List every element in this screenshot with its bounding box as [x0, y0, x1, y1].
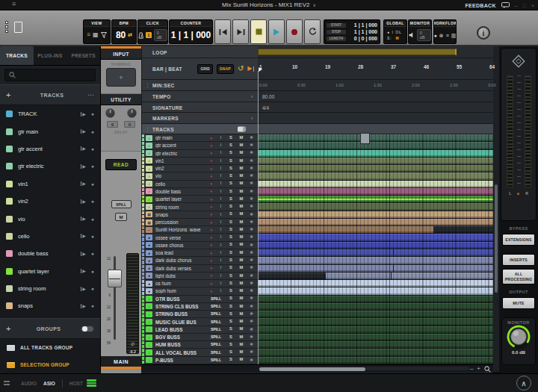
minimize-button[interactable]: –: [515, 3, 518, 8]
record-arm-button[interactable]: ●: [206, 143, 216, 148]
audio-clip[interactable]: [258, 134, 493, 141]
input-monitor-icon[interactable]: ▶: [81, 234, 86, 238]
mute-button[interactable]: M: [236, 243, 247, 247]
input-button[interactable]: I: [216, 136, 226, 140]
input-button[interactable]: I: [216, 151, 226, 155]
timeline-track-row[interactable]: ▦snaps●ISM❄: [142, 211, 258, 219]
freeze-button[interactable]: ❄: [247, 174, 256, 178]
timeline-track-row[interactable]: ↓HUM BUSSSPILLSM❄: [142, 341, 258, 349]
input-button[interactable]: I: [216, 235, 226, 240]
audio-clip[interactable]: [258, 357, 493, 364]
input-button[interactable]: I: [216, 258, 226, 263]
mute-button[interactable]: M: [236, 274, 247, 279]
min-sec-ruler-row[interactable]: ⋮ MIN:SEC 0:000:301:001:302:002:303:00: [142, 80, 493, 91]
mute-button[interactable]: M: [236, 312, 247, 317]
inserts-bypass-button[interactable]: INSERTS: [502, 254, 535, 266]
input-button[interactable]: I: [216, 181, 226, 186]
audio-clip[interactable]: [258, 273, 326, 279]
audio-clip[interactable]: [258, 181, 493, 187]
solo-button[interactable]: S: [226, 289, 236, 293]
monitor-level-display[interactable]: 0 dB: [417, 29, 431, 41]
freeze-button[interactable]: ❄: [247, 228, 256, 232]
solo-button[interactable]: S: [226, 296, 236, 301]
solo-button[interactable]: S: [226, 327, 236, 332]
sidebar-track-row[interactable]: gtr accent▶●: [0, 140, 100, 158]
loop-button[interactable]: [304, 19, 321, 44]
return-to-start-button[interactable]: [214, 19, 231, 44]
input-section-header[interactable]: INPUT: [101, 49, 141, 60]
mute-button[interactable]: M: [236, 212, 247, 217]
freeze-button[interactable]: ❄: [247, 151, 256, 155]
trim-knob-right[interactable]: [127, 108, 137, 118]
freeze-button[interactable]: ❄: [247, 350, 256, 355]
mute-button[interactable]: M: [236, 358, 247, 362]
hscroll-thumb[interactable]: [259, 367, 365, 371]
mute-button[interactable]: M: [236, 343, 247, 347]
solo-button[interactable]: S: [226, 320, 236, 324]
input-monitor-icon[interactable]: ▶: [81, 269, 86, 273]
sidebar-track-row[interactable]: TRACK▶●: [0, 105, 100, 122]
mute-button[interactable]: M: [236, 220, 247, 225]
input-button[interactable]: I: [216, 143, 226, 148]
audio-clip[interactable]: [258, 318, 493, 325]
timeline-track-row[interactable]: ♪string room●ISM❄: [142, 203, 258, 211]
freeze-button[interactable]: ❄: [247, 190, 256, 194]
workflow-dot-icon[interactable]: ●: [434, 33, 437, 38]
record-arm-button[interactable]: ●: [206, 212, 216, 217]
mute-button[interactable]: M: [236, 167, 247, 171]
freeze-button[interactable]: ❄: [247, 305, 256, 309]
input-button[interactable]: I: [216, 243, 226, 248]
audio-clip[interactable]: [433, 226, 493, 233]
sidebar-track-row[interactable]: vio▶●: [0, 210, 100, 227]
record-enable-dot[interactable]: ●: [91, 164, 94, 169]
input-monitor-icon[interactable]: ▶: [81, 252, 86, 256]
timeline-track-row[interactable]: ♪quartet layer●ISM❄: [142, 196, 258, 203]
mute-button[interactable]: M: [236, 289, 247, 293]
timeline-track-row[interactable]: ♪gtr accent●ISM❄: [142, 142, 258, 149]
playhead-marker[interactable]: [259, 67, 262, 72]
freeze-button[interactable]: ❄: [247, 266, 256, 270]
add-group-button[interactable]: +: [6, 324, 16, 333]
audio-clip[interactable]: [258, 211, 493, 218]
freeze-button[interactable]: ❄: [247, 320, 256, 324]
freeze-button[interactable]: ❄: [247, 136, 256, 140]
input-monitor-icon[interactable]: ▶: [81, 217, 86, 221]
utility-section-header[interactable]: UTILITY: [101, 94, 141, 105]
groups-toggle[interactable]: [81, 326, 94, 332]
solo-button[interactable]: S: [226, 197, 236, 202]
solo-button[interactable]: S: [226, 220, 236, 225]
mute-button[interactable]: M: [115, 213, 127, 221]
browser-toggle-icon[interactable]: [14, 22, 22, 33]
sidebar-track-row[interactable]: string room▶●: [0, 280, 100, 297]
input-monitor-icon[interactable]: ▶: [81, 129, 86, 134]
sidebar-group-row[interactable]: SELECTION GROUP: [0, 356, 100, 373]
mute-button[interactable]: M: [236, 235, 247, 240]
mute-button[interactable]: M: [236, 266, 247, 270]
fader-handle[interactable]: [108, 270, 122, 287]
freeze-button[interactable]: ❄: [247, 197, 256, 202]
timeline-track-row[interactable]: ♪vin2●ISM❄: [142, 165, 258, 172]
sidebar-track-row[interactable]: vin1▶●: [0, 175, 100, 193]
snap-button[interactable]: SNAP: [217, 64, 234, 74]
metronome-icon[interactable]: [138, 32, 143, 39]
sidebar-track-row[interactable]: gtr main▶●: [0, 122, 100, 140]
audio-clip[interactable]: [258, 311, 493, 317]
timeline-track-row[interactable]: ●soph hum●ISM❄: [142, 287, 258, 295]
timeline-track-row[interactable]: ↓MUSIC GLUE BUSSPILLSM❄: [142, 318, 258, 326]
freeze-button[interactable]: ❄: [247, 235, 256, 240]
audio-clip[interactable]: [258, 172, 493, 179]
solo-button[interactable]: S: [226, 266, 236, 270]
solo-button[interactable]: S: [226, 350, 236, 355]
freeze-button[interactable]: ❄: [247, 143, 256, 148]
global-indicators-row2[interactable]: S: M: [387, 36, 406, 40]
spill-button[interactable]: SPILL: [206, 343, 226, 346]
stop-button[interactable]: [250, 19, 267, 44]
timeline-track-row[interactable]: ♪vin1●ISM❄: [142, 158, 258, 165]
record-enable-dot[interactable]: ●: [91, 269, 94, 274]
solo-button[interactable]: S: [226, 143, 236, 148]
input-monitor-icon[interactable]: ▶: [81, 146, 86, 151]
record-enable-dot[interactable]: ●: [91, 217, 94, 222]
mute-button[interactable]: M: [236, 305, 247, 309]
sidebar-track-row[interactable]: cello▶●: [0, 228, 100, 245]
record-arm-button[interactable]: ●: [206, 281, 216, 286]
